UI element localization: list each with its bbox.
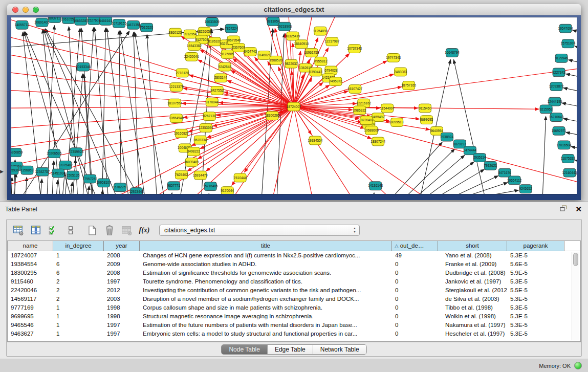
graph-node[interactable]: 15716485 — [203, 182, 218, 191]
graph-node[interactable]: 19384554 — [308, 136, 323, 145]
graph-node[interactable]: 1527602 — [88, 17, 101, 25]
table-row[interactable]: 1456911722003Disruption of a novel membe… — [8, 295, 580, 303]
graph-node[interactable]: 9227343 — [552, 68, 565, 77]
graph-node[interactable]: 12353594 — [199, 123, 213, 132]
graph-node[interactable]: 18325419 — [286, 32, 300, 40]
network-window-titlebar[interactable]: citations_edges.txt — [7, 4, 581, 15]
zoom-window-button[interactable] — [33, 7, 39, 13]
graph-node[interactable]: 9245652 — [519, 185, 533, 193]
column-header-out_degree[interactable]: △out_de… — [392, 241, 438, 251]
graph-node[interactable]: 8860123 — [169, 28, 182, 37]
graph-node[interactable]: 9242848 — [219, 62, 232, 71]
graph-node[interactable]: 8678334 — [194, 136, 207, 144]
graph-node[interactable]: 18037117 — [48, 17, 62, 23]
table-select-dropdown[interactable]: citations_edges.txt ▲▼ — [159, 225, 360, 236]
graph-node[interactable]: 10679546 — [226, 36, 241, 45]
graph-node[interactable]: 11254898 — [313, 27, 328, 35]
table-row[interactable]: 977716911998Corpus callosum shape and si… — [8, 303, 580, 312]
column-header-pagerank[interactable]: pagerank — [507, 241, 564, 251]
table-row[interactable]: 1830029562008Estimation of significance … — [8, 269, 580, 277]
graph-node[interactable]: 16914479 — [193, 171, 208, 180]
graph-node[interactable]: 2367608 — [232, 43, 246, 52]
graph-node[interactable]: 7932621 — [484, 161, 497, 170]
graph-node[interactable]: 9699695 — [420, 116, 433, 124]
graph-node[interactable]: 11451934 — [51, 169, 66, 178]
graph-node[interactable]: 12342757 — [35, 167, 50, 176]
graph-node[interactable]: 12213379 — [169, 83, 184, 92]
graph-node[interactable]: 16782759 — [113, 183, 127, 192]
graph-node[interactable]: 20206536 — [47, 149, 61, 158]
delete-button[interactable] — [102, 223, 117, 238]
column-header-in_degree[interactable]: in_degree — [53, 241, 104, 251]
graph-node[interactable]: 16961758 — [304, 49, 319, 57]
show-column-button[interactable] — [28, 223, 43, 238]
graph-node[interactable]: 12160443 — [562, 168, 577, 177]
graph-node[interactable]: 8170044 — [206, 98, 219, 106]
graph-node[interactable]: 8938924 — [441, 133, 454, 141]
minimize-window-button[interactable] — [23, 7, 29, 13]
graph-node[interactable]: 16648794 — [445, 49, 460, 57]
graph-node[interactable]: 10653287 — [73, 17, 88, 25]
graph-node[interactable]: 16543382 — [187, 42, 202, 51]
graph-node[interactable]: 8099518 — [390, 118, 404, 127]
graph-node[interactable]: 9115460 — [419, 104, 431, 113]
graph-node[interactable]: 16210643 — [549, 113, 564, 122]
graph-node[interactable]: 2986322 — [353, 106, 366, 115]
graph-node[interactable]: 8454743 — [244, 48, 257, 56]
graph-node[interactable]: 1588520 — [269, 56, 282, 64]
table-scrollbar[interactable] — [572, 252, 579, 340]
column-header-short[interactable]: short — [438, 241, 507, 251]
new-file-button[interactable] — [84, 223, 100, 238]
graph-node[interactable]: 2935114 — [473, 154, 486, 162]
scrollbar-thumb[interactable] — [573, 253, 578, 266]
graph-node[interactable]: 17016504 — [557, 141, 572, 149]
graph-node[interactable]: 17359928 — [69, 148, 83, 157]
delete-table-button[interactable] — [119, 223, 135, 238]
graph-node[interactable]: 16107427 — [347, 85, 362, 94]
graph-node[interactable]: 9170044 — [221, 187, 234, 194]
graph-node[interactable]: 9146821 — [257, 51, 271, 60]
tab-edge-table[interactable]: Edge Table — [268, 345, 313, 354]
graph-node[interactable]: 18107554 — [167, 99, 182, 107]
graph-node[interactable]: 10737343 — [347, 45, 362, 53]
graph-node[interactable]: 18807244 — [371, 137, 385, 146]
table-row[interactable]: 1938455462009Genome-wide association stu… — [8, 260, 580, 269]
float-panel-icon[interactable] — [560, 205, 567, 213]
graph-node[interactable]: 12093872 — [549, 82, 564, 91]
column-header-year[interactable]: year — [104, 241, 140, 251]
function-builder-button[interactable]: f(x) — [137, 223, 152, 238]
graph-node[interactable]: 16033809 — [205, 17, 220, 26]
column-header-name[interactable]: name — [8, 241, 53, 251]
collapsed-panel-arrow[interactable]: ▶ — [0, 169, 4, 174]
graph-node[interactable]: 8186328 — [208, 37, 222, 46]
memory-status-indicator[interactable] — [574, 362, 582, 369]
table-row[interactable]: 946362711997Embryonic stem cells: a mode… — [8, 330, 580, 338]
graph-node[interactable]: 7515520 — [140, 23, 154, 32]
graph-node[interactable]: 18724007 — [287, 102, 301, 111]
graph-node[interactable]: 10654112 — [507, 176, 522, 185]
graph-node[interactable]: 10654948 — [169, 114, 184, 123]
graph-node[interactable]: 1156869 — [21, 166, 34, 174]
graph-node[interactable]: 2803144 — [214, 74, 228, 82]
graph-node[interactable]: 20153346 — [76, 62, 91, 71]
graph-node[interactable]: 9822037 — [285, 59, 298, 68]
graph-node[interactable]: 16039489 — [184, 158, 199, 167]
graph-node[interactable]: 11675333 — [561, 155, 576, 163]
graph-node[interactable]: 10958107 — [96, 179, 111, 187]
graph-node[interactable]: 19747343 — [386, 53, 401, 62]
graph-node[interactable]: 8427552 — [211, 86, 224, 95]
graph-node[interactable]: 12217987 — [324, 37, 339, 46]
graph-node[interactable]: 18300295 — [265, 112, 280, 120]
graph-node[interactable]: 18757165 — [401, 81, 416, 90]
graph-node[interactable]: 18226058 — [197, 27, 212, 36]
full-record-button[interactable] — [63, 223, 78, 238]
graph-node[interactable]: 22420046 — [184, 53, 199, 61]
graph-node[interactable]: 8471676 — [498, 168, 512, 177]
graph-node[interactable]: 17957253 — [82, 174, 97, 183]
graph-node[interactable]: 9129946 — [555, 54, 568, 62]
graph-node[interactable]: 2718120 — [176, 69, 189, 77]
tab-network-table[interactable]: Network Table — [313, 345, 366, 354]
table-row[interactable]: 2242004622012Investigating the contribut… — [8, 286, 580, 295]
table-settings-button[interactable] — [11, 223, 26, 238]
graph-node[interactable]: 14055712 — [15, 20, 30, 29]
